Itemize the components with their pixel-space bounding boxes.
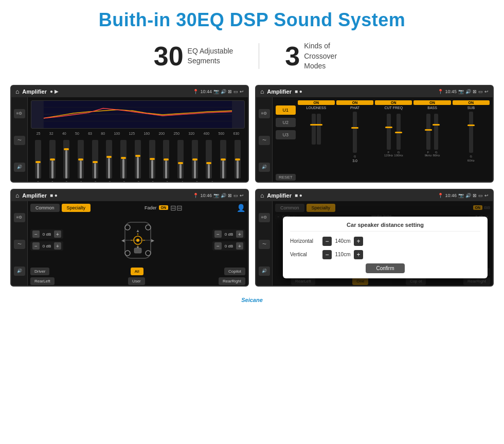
eq-slider-14[interactable]	[220, 140, 226, 179]
distance-on-badge: ON	[473, 205, 483, 210]
rearright-btn[interactable]: RearRight	[219, 277, 245, 285]
speaker-rl-plus[interactable]: +	[54, 242, 61, 250]
fader-sidebar-btn-1[interactable]: ≡⚙	[14, 213, 25, 222]
rearleft-btn[interactable]: RearLeft	[30, 277, 55, 285]
phat-on[interactable]: ON	[336, 100, 373, 105]
speaker-fl-control: − 0 dB +	[30, 229, 63, 239]
cutfreq-slider-f[interactable]	[387, 114, 391, 150]
bass-slider-g[interactable]	[434, 114, 438, 150]
speaker-fr-plus[interactable]: +	[236, 230, 243, 238]
loudness-slider-l[interactable]	[312, 114, 316, 145]
eq-slider-4[interactable]	[78, 140, 84, 179]
u-buttons: U1 U2 U3 RESET	[276, 100, 296, 181]
sub-channel: ON SUB G 60Hz	[453, 100, 490, 181]
all-btn[interactable]: All	[131, 268, 143, 275]
svg-point-8	[125, 251, 130, 256]
fader-text: Fader	[145, 205, 157, 210]
speaker-rr-minus[interactable]: −	[214, 242, 222, 250]
eq-body: ≡⚙ 〜 🔊	[11, 97, 248, 183]
distance-home-icon[interactable]: ⌂	[260, 192, 264, 199]
loudness-slider-r[interactable]	[317, 114, 321, 145]
crossover-home-icon[interactable]: ⌂	[260, 88, 264, 95]
speaker-rr-plus[interactable]: +	[236, 242, 243, 250]
fader-label: Fader ON ⊟⊟	[145, 204, 183, 212]
vertical-plus[interactable]: +	[354, 250, 363, 259]
distance-sidebar-btn-1[interactable]: ≡⚙	[259, 213, 270, 222]
user-btn[interactable]: User	[128, 277, 145, 285]
eq-slider-15[interactable]	[235, 140, 241, 179]
eq-slider-11[interactable]	[177, 140, 184, 179]
stat-crossover: 3 Kinds ofCrossover Modes	[259, 41, 376, 72]
fader-user-icon[interactable]: 👤	[237, 204, 245, 212]
crossover-content: U1 U2 U3 RESET ON LOUDNESS	[273, 97, 493, 183]
horizontal-minus[interactable]: −	[322, 237, 332, 246]
eq-sidebar-btn-1[interactable]: ≡⚙	[14, 109, 25, 118]
speaker-fr-value: 0 dB	[223, 232, 235, 237]
copilot-btn[interactable]: Copilot	[224, 268, 245, 275]
u2-button[interactable]: U2	[276, 118, 296, 127]
watermark-brand: Seicane	[241, 297, 263, 303]
bass-on[interactable]: ON	[413, 100, 451, 105]
eq-slider-6[interactable]	[106, 140, 112, 179]
eq-slider-3[interactable]	[63, 140, 69, 179]
fader-sidebar-btn-3[interactable]: 🔊	[14, 267, 25, 276]
horizontal-row: Horizontal − 140cm +	[290, 237, 480, 246]
bass-slider-f[interactable]	[426, 114, 430, 150]
fader-slider-icon[interactable]: ⊟⊟	[170, 204, 183, 212]
speaker-rr-value: 0 dB	[223, 244, 235, 248]
speaker-fr-control: − 0 dB +	[212, 229, 245, 239]
svg-rect-0	[44, 101, 232, 128]
u3-button[interactable]: U3	[276, 130, 296, 139]
cutfreq-on[interactable]: ON	[375, 100, 412, 105]
fader-sidebar-btn-2[interactable]: 〜	[14, 240, 25, 249]
loudness-on[interactable]: ON	[298, 100, 335, 105]
distance-rearright-btn: RearRight	[463, 277, 490, 285]
speaker-fr-minus[interactable]: −	[214, 230, 222, 238]
confirm-button[interactable]: Confirm	[366, 263, 404, 273]
svg-point-6	[125, 225, 130, 230]
eq-slider-7[interactable]	[120, 140, 127, 179]
eq-slider-9[interactable]	[149, 140, 155, 179]
eq-slider-1[interactable]	[35, 140, 41, 179]
crossover-reset-btn[interactable]: RESET	[276, 174, 296, 181]
distance-sidebar: ≡⚙ 〜 🔊	[256, 201, 273, 287]
svg-point-11	[136, 239, 139, 242]
distance-sidebar-btn-3[interactable]: 🔊	[259, 267, 270, 276]
distance-topbar: ⌂ Amplifier ■ ● 📍10:46📷🔊⊠▭↩	[256, 190, 493, 201]
stat-eq-number: 30	[154, 43, 184, 69]
crossover-sidebar-btn-3[interactable]: 🔊	[259, 163, 270, 172]
crossover-sidebar-btn-1[interactable]: ≡⚙	[259, 109, 270, 118]
home-icon[interactable]: ⌂	[15, 88, 19, 95]
sub-slider[interactable]	[469, 112, 473, 153]
speaker-fl-minus[interactable]: −	[32, 230, 40, 238]
horizontal-plus[interactable]: +	[354, 237, 363, 246]
speaker-bottom-row: Driver All Copilot	[30, 268, 245, 275]
distance-all-btn: One	[352, 277, 368, 285]
sub-freq: G	[470, 155, 473, 158]
phat-slider[interactable]	[353, 112, 357, 153]
distance-sidebar-btn-2[interactable]: 〜	[259, 240, 270, 249]
fader-home-icon[interactable]: ⌂	[15, 192, 19, 199]
speaker-fl-plus[interactable]: +	[54, 230, 61, 238]
eq-slider-13[interactable]	[206, 140, 212, 179]
eq-slider-8[interactable]	[135, 140, 141, 179]
speaker-rl-minus[interactable]: −	[32, 242, 40, 250]
eq-sidebar-btn-3[interactable]: 🔊	[14, 163, 25, 172]
cutfreq-channel: ON CUT FREQ F 120Hz G	[375, 100, 412, 181]
vertical-minus[interactable]: −	[322, 250, 332, 259]
crossover-sidebar-btn-2[interactable]: 〜	[259, 136, 270, 145]
u1-button[interactable]: U1	[276, 105, 296, 115]
sub-on[interactable]: ON	[453, 100, 490, 105]
tab-specialty[interactable]: Specialty	[62, 204, 91, 212]
driver-btn[interactable]: Driver	[30, 268, 49, 275]
eq-slider-2[interactable]	[49, 140, 56, 179]
eq-sidebar: ≡⚙ 〜 🔊	[11, 97, 28, 183]
fader-on-badge: ON	[159, 205, 169, 210]
eq-slider-10[interactable]	[163, 140, 169, 179]
cutfreq-slider-g[interactable]	[397, 114, 401, 150]
eq-slider-12[interactable]	[192, 140, 198, 179]
eq-slider-5[interactable]	[92, 140, 98, 179]
eq-title: Amplifier	[22, 88, 47, 95]
eq-sidebar-btn-2[interactable]: 〜	[14, 136, 25, 145]
tab-common[interactable]: Common	[30, 204, 60, 212]
